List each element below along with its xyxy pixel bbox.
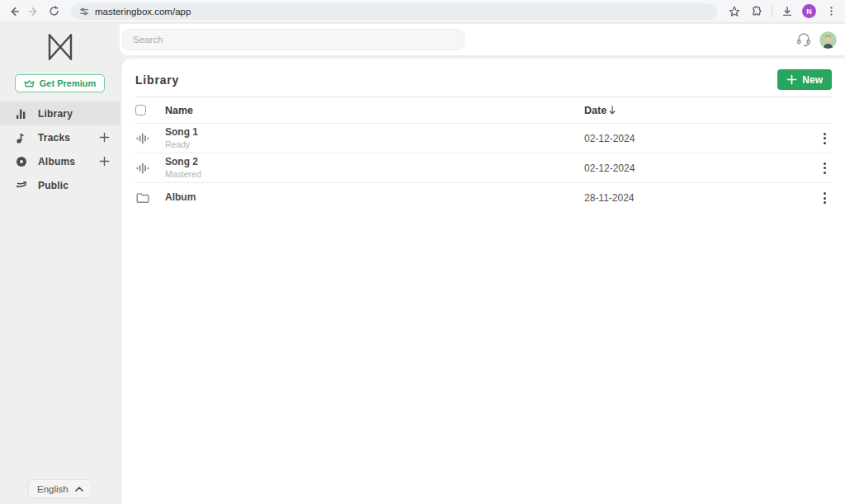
- extensions-icon[interactable]: [749, 4, 764, 19]
- item-status: Mastered: [165, 169, 584, 179]
- back-icon[interactable]: [7, 4, 21, 19]
- share-icon: [15, 180, 27, 191]
- sidebar-nav: Library Tracks Albums: [0, 101, 120, 197]
- language-label: English: [37, 484, 68, 494]
- new-button-label: New: [802, 74, 823, 86]
- item-date: 02-12-2024: [584, 133, 815, 144]
- crown-icon: [24, 79, 35, 88]
- sidebar-item-public[interactable]: Public: [0, 173, 120, 197]
- bookmark-star-icon[interactable]: [727, 4, 742, 19]
- column-header-name: Name: [165, 105, 584, 116]
- waveform-icon: [135, 162, 165, 175]
- table-row[interactable]: Song 2 Mastered 02-12-2024: [135, 153, 832, 183]
- masteringbox-logo-icon[interactable]: [48, 34, 73, 64]
- downloads-icon[interactable]: [780, 4, 795, 19]
- item-name: Song 2: [165, 157, 584, 168]
- sidebar-item-label: Tracks: [38, 132, 70, 144]
- library-panel: Library New Name Date: [122, 59, 845, 504]
- sidebar-item-label: Public: [38, 180, 68, 191]
- browser-menu-icon[interactable]: [824, 4, 838, 19]
- item-date: 02-12-2024: [584, 163, 815, 174]
- chevron-up-icon: [75, 487, 83, 492]
- table-row[interactable]: Song 1 Ready 02-12-2024: [135, 124, 832, 153]
- page-title: Library: [135, 73, 179, 87]
- reload-icon[interactable]: [46, 4, 61, 19]
- column-header-date[interactable]: Date: [584, 105, 607, 116]
- waveform-icon: [135, 132, 165, 145]
- browser-toolbar: masteringbox.com/app N: [0, 0, 845, 23]
- app-window: Get Premium Library Tracks: [0, 24, 845, 504]
- get-premium-button[interactable]: Get Premium: [15, 74, 105, 92]
- sort-descending-icon: [609, 106, 616, 115]
- new-button[interactable]: New: [777, 69, 832, 90]
- sidebar-item-tracks[interactable]: Tracks: [0, 125, 120, 149]
- levels-icon: [15, 108, 27, 120]
- item-name: Album: [165, 192, 584, 204]
- music-note-icon: [15, 132, 27, 144]
- sidebar-item-label: Albums: [38, 156, 75, 167]
- url-text: masteringbox.com/app: [95, 7, 191, 16]
- table-row[interactable]: Album 28-11-2024: [135, 183, 832, 213]
- forward-icon[interactable]: [26, 4, 41, 19]
- url-bar[interactable]: masteringbox.com/app: [71, 3, 717, 20]
- app-header: [120, 24, 845, 55]
- add-track-icon[interactable]: [99, 132, 110, 143]
- browser-profile-avatar[interactable]: N: [802, 4, 816, 18]
- get-premium-label: Get Premium: [40, 78, 96, 88]
- item-date: 28-11-2024: [584, 192, 815, 204]
- site-settings-icon[interactable]: [79, 7, 89, 16]
- sidebar: Get Premium Library Tracks: [0, 24, 120, 504]
- table-header: Name Date: [135, 97, 832, 124]
- add-album-icon[interactable]: [99, 156, 110, 167]
- main-area: Library New Name Date: [120, 24, 845, 504]
- select-all-checkbox[interactable]: [135, 105, 146, 115]
- item-name: Song 1: [165, 127, 584, 139]
- sidebar-item-albums[interactable]: Albums: [0, 149, 120, 173]
- disc-icon: [15, 156, 27, 167]
- language-selector[interactable]: English: [28, 479, 92, 499]
- sidebar-item-library[interactable]: Library: [0, 101, 120, 125]
- row-menu-icon[interactable]: [815, 187, 833, 209]
- toolbar-divider: [772, 6, 772, 17]
- row-menu-icon[interactable]: [815, 158, 833, 179]
- plus-icon: [786, 74, 797, 85]
- folder-icon: [135, 192, 165, 204]
- search-input[interactable]: [122, 29, 465, 50]
- sidebar-item-label: Library: [38, 108, 73, 120]
- row-menu-icon[interactable]: [815, 128, 833, 149]
- support-headset-icon[interactable]: [795, 31, 812, 48]
- item-status: Ready: [165, 139, 584, 149]
- user-avatar[interactable]: [819, 31, 837, 49]
